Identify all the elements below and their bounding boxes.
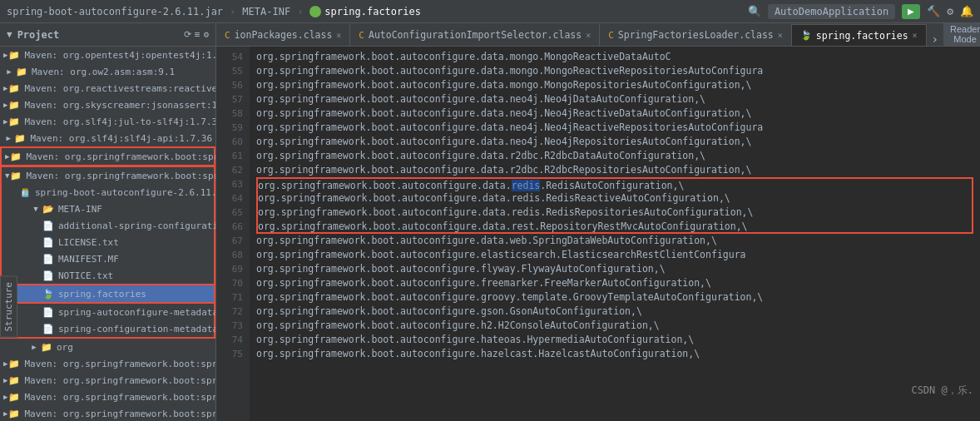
tab-bar: C ionPackages.class × C AutoConfiguratio… <box>216 23 980 47</box>
search-icon[interactable]: 🔍 <box>748 5 761 17</box>
item-label: Maven: org.springframework.boot:spring-b… <box>24 359 215 369</box>
folder-icon: 📁 <box>7 357 21 370</box>
redis-highlight: redis <box>512 180 541 191</box>
list-item[interactable]: ▶ 📁 Maven: org.ow2.asm:asm:9.1 <box>0 63 215 80</box>
file-icon: 📄 <box>42 322 55 335</box>
list-item[interactable]: ▶ 📁 Maven: org.opentest4j:opentest4j:1.2… <box>0 47 215 63</box>
file-icon: 📄 <box>42 235 55 249</box>
list-item[interactable]: ▶ 📁 Maven: org.slf4j:slf4j-api:1.7.36 <box>0 130 215 146</box>
list-item[interactable]: ▶ 📁 Maven: org.springframework.boot:spri… <box>0 405 215 421</box>
item-label: MANIFEST.MF <box>58 254 119 265</box>
sidebar-item-spring-factories[interactable]: 🍃 spring.factories <box>0 284 215 304</box>
class-icon: C <box>359 30 364 41</box>
list-item[interactable]: ▶ 📁 Maven: org.springframework.boot:spri… <box>0 389 215 405</box>
folder-icon: 📁 <box>7 374 21 387</box>
run-button[interactable]: ▶ <box>902 4 920 19</box>
list-item[interactable]: ▼ 📁 Maven: org.springframework.boot:spri… <box>0 166 215 184</box>
tab-chevron[interactable]: › <box>927 32 943 46</box>
code-content[interactable]: org.springframework.boot.autoconfigure.d… <box>250 47 980 421</box>
jar-icon: 🫙 <box>18 186 32 199</box>
list-item[interactable]: ▶ 📁 Maven: org.springframework.boot:spri… <box>0 146 215 166</box>
title-bar-right: 🔍 AutoDemoApplication ▶ 🔨 ⚙ 🔔 <box>748 4 973 19</box>
code-line-68: org.springframework.boot.autoconfigure.e… <box>256 248 973 262</box>
item-label: spring-boot-autoconfigure-2.6.11.jar lib… <box>35 187 215 198</box>
item-label: Maven: org.slf4j:slf4j-api:1.7.36 <box>30 133 212 144</box>
item-label: Maven: org.opentest4j:opentest4j:1.2.0 <box>24 50 215 61</box>
list-item[interactable]: ▼ 📂 META-INF <box>0 201 215 217</box>
item-label: spring-configuration-metadata.json <box>58 324 215 334</box>
tab-spring-factories[interactable]: 🍃 spring.factories × <box>792 24 927 46</box>
sidebar-content[interactable]: ▶ 📁 Maven: org.opentest4j:opentest4j:1.2… <box>0 47 215 421</box>
file-icon: 📄 <box>42 269 55 282</box>
code-line-74: org.springframework.boot.autoconfigure.h… <box>256 333 973 347</box>
list-item[interactable]: ▶ 📁 Maven: org.reactivestreams:reactive-… <box>0 80 215 97</box>
list-item[interactable]: 📄 spring-autoconfigure-metadata.properti… <box>0 304 215 320</box>
item-label: NOTICE.txt <box>58 270 113 281</box>
spring-tab-icon: 🍃 <box>800 30 812 41</box>
tab-close-icon[interactable]: × <box>336 31 341 40</box>
tab-ion-packages[interactable]: C ionPackages.class × <box>216 24 350 46</box>
tab-close-icon[interactable]: × <box>778 31 783 40</box>
list-item[interactable]: 📄 NOTICE.txt <box>0 267 215 284</box>
list-item[interactable]: ▶ 📁 Maven: org.skyscreamer:jsonassert:1.… <box>0 97 215 113</box>
list-item[interactable]: ▶ 📁 org <box>0 339 215 355</box>
item-label: Maven: org.ow2.asm:asm:9.1 <box>32 67 175 77</box>
collapse-icon[interactable]: ≡ <box>195 29 200 40</box>
code-line-64: org.springframework.boot.autoconfigure.d… <box>256 191 973 206</box>
item-label: Maven: org.springframework.boot:spring-b… <box>24 375 215 386</box>
tab-label: ionPackages.class <box>235 29 333 41</box>
sidebar-title: Project <box>17 29 60 41</box>
item-label: Maven: org.springframework.boot:spring-b… <box>24 392 215 403</box>
spring-dot-icon <box>309 6 321 17</box>
expand-arrow: ▶ <box>3 134 13 142</box>
tab-auto-config[interactable]: C AutoConfigurationImportSelector.class … <box>350 24 600 46</box>
item-label: Maven: org.slf4j:jul-to-slf4j:1.7.36 <box>24 116 215 127</box>
expand-arrow: ▶ <box>3 67 15 76</box>
item-label: Maven: org.springframework.boot:spring-b… <box>24 409 215 419</box>
sidebar-toolbar: ⟳ ≡ ⚙ <box>184 29 209 40</box>
class-icon: C <box>225 30 230 41</box>
org-folder-icon: 📁 <box>40 340 53 354</box>
list-item[interactable]: ▶ 📁 Maven: org.springframework.boot:spri… <box>0 372 215 389</box>
notifications-icon[interactable]: 🔔 <box>960 5 973 17</box>
structure-tab[interactable]: Structure <box>0 276 17 338</box>
code-line-66: org.springframework.boot.autoconfigure.d… <box>256 220 973 234</box>
folder-icon: 📁 <box>9 169 22 182</box>
editor-area: C ionPackages.class × C AutoConfiguratio… <box>216 23 980 421</box>
tab-label: spring.factories <box>816 30 908 42</box>
code-line-71: org.springframework.boot.autoconfigure.g… <box>256 290 973 305</box>
sidebar-header: ▼ Project ⟳ ≡ ⚙ <box>0 23 215 47</box>
code-line-57: org.springframework.boot.autoconfigure.d… <box>256 92 973 106</box>
sync-icon[interactable]: ⟳ <box>184 29 191 40</box>
list-item[interactable]: ▶ 📁 Maven: org.slf4j:jul-to-slf4j:1.7.36 <box>0 113 215 130</box>
code-line-61: org.springframework.boot.autoconfigure.d… <box>256 149 973 163</box>
folder-icon: 📁 <box>7 82 21 95</box>
tab-label: AutoConfigurationImportSelector.class <box>369 29 582 41</box>
tab-spring-factories-loader[interactable]: C SpringFactoriesLoader.class × <box>600 24 792 46</box>
settings-icon[interactable]: ⚙ <box>947 5 953 17</box>
folder-icon: 📁 <box>7 48 21 62</box>
run-config-label: AutoDemoApplication <box>768 4 895 19</box>
tab-close-icon[interactable]: × <box>913 31 918 40</box>
code-editor: 5455565758596061626364656667686970717273… <box>216 47 980 421</box>
folder-icon: 📁 <box>7 407 21 420</box>
build-icon[interactable]: 🔨 <box>927 5 940 17</box>
file-icon: 📄 <box>42 219 55 232</box>
code-line-59: org.springframework.boot.autoconfigure.d… <box>256 121 973 135</box>
title-sep1: › <box>230 6 235 17</box>
list-item[interactable]: 📄 LICENSE.txt <box>0 234 215 250</box>
list-item[interactable]: ▶ 📁 Maven: org.springframework.boot:spri… <box>0 355 215 372</box>
tab-close-icon[interactable]: × <box>586 31 591 40</box>
list-item[interactable]: 🫙 spring-boot-autoconfigure-2.6.11.jar l… <box>0 184 215 201</box>
item-label: LICENSE.txt <box>58 237 119 248</box>
list-item[interactable]: 📄 spring-configuration-metadata.json <box>0 320 215 339</box>
list-item[interactable]: 📄 additional-spring-configuration-metada… <box>0 217 215 234</box>
main-area: ▼ Project ⟳ ≡ ⚙ ▶ 📁 Maven: org.opentest4… <box>0 23 980 421</box>
list-item[interactable]: 📄 MANIFEST.MF <box>0 250 215 267</box>
reader-mode-button[interactable]: Reader Mode <box>943 23 980 46</box>
sidebar-settings-icon[interactable]: ⚙ <box>203 29 209 40</box>
item-label: META-INF <box>58 204 102 215</box>
code-line-73: org.springframework.boot.autoconfigure.h… <box>256 319 973 333</box>
class-icon: C <box>608 30 614 41</box>
code-line-69: org.springframework.boot.autoconfigure.f… <box>256 262 973 276</box>
